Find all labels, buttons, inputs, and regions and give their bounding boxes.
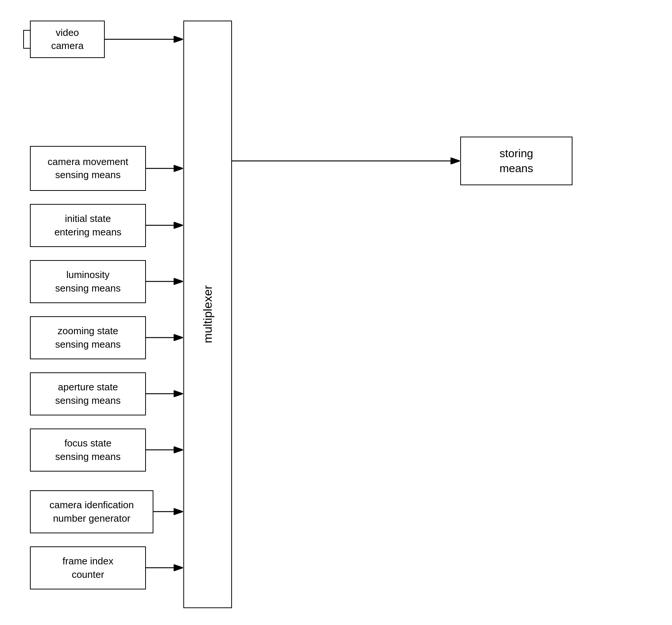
- aperture-state-box: aperture state sensing means: [30, 372, 146, 415]
- camera-id-box: camera idenfication number generator: [30, 490, 153, 533]
- camera-lens-icon: [23, 30, 31, 49]
- zooming-state-label: zooming state sensing means: [55, 324, 121, 351]
- initial-state-box: initial state entering means: [30, 204, 146, 247]
- frame-index-label: frame index counter: [62, 555, 113, 581]
- video-camera-label: video camera: [51, 26, 84, 52]
- luminosity-box: luminosity sensing means: [30, 260, 146, 303]
- luminosity-label: luminosity sensing means: [55, 268, 121, 295]
- frame-index-box: frame index counter: [30, 546, 146, 589]
- zooming-state-box: zooming state sensing means: [30, 316, 146, 359]
- storing-means-label: storing means: [500, 146, 533, 176]
- camera-id-label: camera idenfication number generator: [49, 499, 134, 525]
- diagram-container: video camera camera movement sensing mea…: [0, 0, 672, 625]
- multiplexer-label: multiplexer: [201, 286, 215, 344]
- focus-state-label: focus state sensing means: [55, 437, 121, 463]
- multiplexer-box: multiplexer: [183, 21, 232, 608]
- camera-movement-label: camera movement sensing means: [48, 155, 128, 182]
- aperture-state-label: aperture state sensing means: [55, 381, 121, 407]
- video-camera-box: video camera: [30, 21, 105, 58]
- focus-state-box: focus state sensing means: [30, 429, 146, 472]
- camera-movement-box: camera movement sensing means: [30, 146, 146, 191]
- storing-means-box: storing means: [460, 137, 572, 185]
- initial-state-label: initial state entering means: [54, 212, 121, 238]
